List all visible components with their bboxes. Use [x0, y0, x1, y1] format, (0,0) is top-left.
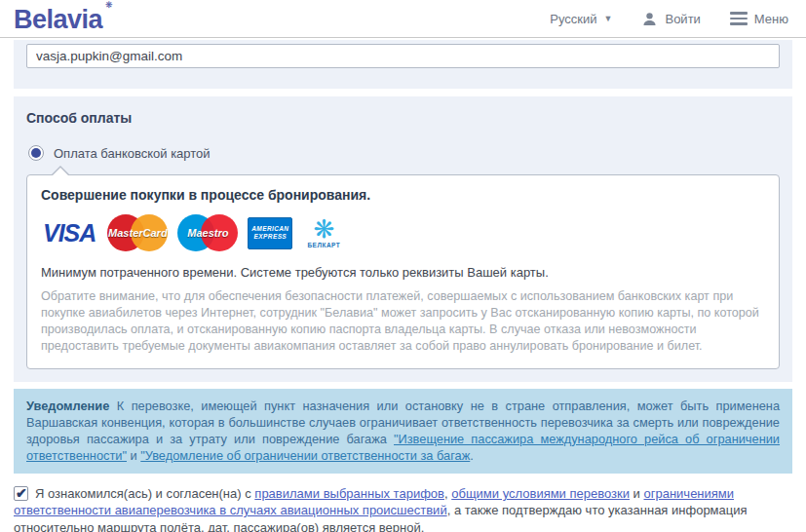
payment-section-title: Способ оплаты — [26, 110, 780, 126]
liability-notice: Уведомление К перевозке, имеющей пункт н… — [14, 389, 792, 475]
card-security-note: Обратите внимание, что для обеспечения б… — [41, 288, 765, 356]
belavia-logo[interactable]: Belavia ❋ — [14, 5, 102, 33]
belkart-snowflake-icon: ❋ — [313, 217, 334, 241]
hamburger-icon — [730, 12, 748, 25]
notice-link-baggage[interactable]: "Уведомление об ограничении ответственно… — [140, 448, 470, 463]
maestro-logo-text: Maestro — [177, 227, 238, 239]
login-label: Войти — [665, 12, 700, 26]
belkart-logo-text: БЕЛКАРТ — [307, 242, 340, 248]
header-controls: Русский ▼ Войти Меню — [550, 11, 788, 27]
email-field[interactable] — [26, 44, 780, 68]
card-benefit-text: Минимум потраченного времени. Системе тр… — [41, 265, 765, 280]
card-box-title: Совершение покупки в процессе бронирован… — [41, 187, 765, 203]
language-selector[interactable]: Русский ▼ — [550, 12, 612, 26]
mastercard-logo-text: MasterCard — [107, 227, 168, 239]
notice-label: Уведомление — [26, 399, 109, 413]
agreement-link-tariffs[interactable]: правилами выбранных тарифов — [254, 486, 444, 501]
mastercard-logo-icon: MasterCard — [107, 214, 168, 251]
payment-section: Способ оплаты Оплата банковской картой С… — [14, 96, 792, 382]
checkmark-icon: ✔ — [16, 484, 27, 503]
agreement-link-conditions[interactable]: общими условиями перевозки — [451, 486, 630, 501]
radio-selected-icon[interactable] — [28, 145, 44, 161]
card-logos-row: VISA MasterCard Maestro AMERICAN EXPRESS… — [41, 213, 765, 252]
login-button[interactable]: Войти — [641, 11, 700, 27]
menu-label: Меню — [754, 12, 788, 26]
agreement-block: ✔Я ознакомился(ась) и согласен(на) с пра… — [14, 485, 792, 532]
snowflake-icon: ❋ — [105, 1, 112, 10]
visa-logo-icon: VISA — [41, 219, 97, 247]
payment-card-radio-row[interactable]: Оплата банковской картой — [28, 145, 780, 161]
belavia-logo-text: Belavia — [14, 5, 102, 34]
maestro-logo-icon: Maestro — [177, 214, 238, 251]
user-icon — [641, 11, 658, 27]
agreement-checkbox[interactable]: ✔ — [14, 486, 28, 501]
top-navbar: Belavia ❋ Русский ▼ Войти Меню — [0, 0, 806, 38]
menu-button[interactable]: Меню — [730, 12, 788, 26]
chevron-down-icon: ▼ — [604, 14, 613, 23]
payment-card-radio-label: Оплата банковской картой — [54, 146, 211, 161]
contact-section — [14, 40, 792, 89]
belkart-logo-icon: ❋ БЕЛКАРТ — [302, 217, 345, 248]
american-express-logo-icon: AMERICAN EXPRESS — [248, 217, 292, 249]
language-label: Русский — [550, 12, 596, 26]
agreement-text-start: Я ознакомился(ась) и согласен(на) с — [35, 486, 254, 501]
card-payment-info-box: Совершение покупки в процессе бронирован… — [26, 174, 780, 369]
